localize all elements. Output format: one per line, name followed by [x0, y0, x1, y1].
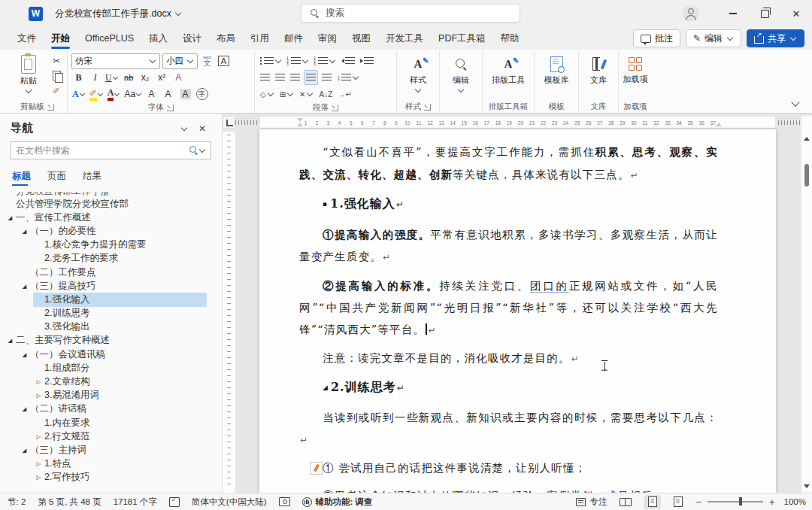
revision-pen-icon[interactable]	[310, 462, 323, 475]
nav-item[interactable]: 2.党务工作的要求	[33, 252, 207, 266]
account-avatar[interactable]	[683, 5, 699, 22]
scrollbar-thumb[interactable]	[804, 164, 809, 187]
tab-引用[interactable]: 引用	[244, 29, 276, 49]
nav-item[interactable]: ◢（一）会议通讯稿	[19, 348, 207, 361]
styles-button[interactable]: A 样式	[401, 53, 435, 101]
nav-item[interactable]: ◢一、宣传工作概述	[5, 211, 207, 224]
expand-triangle-icon[interactable]: ▷	[33, 433, 44, 440]
tab-帮助[interactable]: 帮助	[494, 29, 526, 49]
nav-item[interactable]: ◢（三）提高技巧	[19, 279, 207, 293]
nav-search-input[interactable]: 在文档中搜索	[11, 141, 211, 159]
search-box[interactable]: 搜索	[301, 4, 520, 23]
doc-paragraph[interactable]: ②提高输入的标准。持续关注党口、团口的正规网站或文件，如“人民网”“中国共产党新…	[299, 275, 718, 342]
tab-插入[interactable]: 插入	[142, 29, 174, 49]
collapse-triangle-icon[interactable]: ◢	[19, 283, 30, 290]
read-mode-button[interactable]	[616, 495, 635, 509]
strikethrough-button[interactable]: ab	[122, 71, 136, 84]
minimize-button[interactable]	[717, 0, 749, 27]
doc-paragraph[interactable]: “文似看山不喜平”，要提高文字工作能力，需抓住积累、思考、观察、实践、交流、转化…	[299, 141, 718, 187]
nav-tab-结果[interactable]: 结果	[83, 170, 102, 186]
restore-button[interactable]	[749, 0, 780, 27]
editor-icon[interactable]	[279, 497, 290, 506]
collapse-triangle-icon[interactable]: ◢	[19, 405, 30, 412]
tab-开始[interactable]: 开始	[44, 29, 77, 49]
change-case-button[interactable]: Aa	[123, 87, 143, 101]
phonetic-guide-button[interactable]: wén文	[200, 54, 214, 68]
borders-button[interactable]: ⊞	[278, 87, 295, 101]
addins-button[interactable]: 加载项	[623, 53, 648, 101]
collapse-triangle-icon[interactable]: ◢	[19, 228, 30, 235]
nav-tab-页面[interactable]: 页面	[47, 170, 66, 186]
document-title[interactable]: 分党校宣传部工作手册.docx	[55, 8, 171, 20]
bullet-list-button[interactable]	[259, 54, 283, 68]
hanging-indent-marker[interactable]	[297, 123, 303, 126]
nav-item[interactable]: 1.强化输入	[33, 293, 207, 306]
tab-selector-icon[interactable]	[223, 116, 235, 129]
enclose-characters-button[interactable]: 字	[196, 88, 208, 100]
expand-triangle-icon[interactable]: ▷	[33, 392, 44, 399]
doc-paragraph[interactable]: ②思考这个知识和过去的哪些知识、经验、案例类似，或是相反；↵	[299, 485, 718, 493]
accessibility-status[interactable]: 辅助功能: 调查	[302, 496, 373, 508]
font-size-combo[interactable]: 小四	[162, 53, 198, 69]
paste-button[interactable]: 粘贴	[11, 53, 46, 101]
tab-布局[interactable]: 布局	[210, 29, 242, 49]
copy-button[interactable]	[50, 69, 63, 82]
zoom-slider[interactable]: − +	[695, 496, 774, 508]
document-page[interactable]: “文似看山不喜平”，要提高文字工作能力，需抓住积累、思考、观察、实践、交流、转化…	[259, 129, 776, 493]
nav-item[interactable]: 1.组成部分	[33, 361, 207, 375]
nav-item[interactable]: 2.训练思考	[33, 307, 207, 320]
scroll-down-icon[interactable]	[804, 484, 810, 488]
share-button[interactable]: 共享	[747, 29, 804, 47]
collapse-triangle-icon[interactable]: ◢	[5, 337, 16, 344]
subscript-button[interactable]: x₂	[138, 71, 153, 84]
character-border-button[interactable]: A	[218, 56, 229, 66]
superscript-button[interactable]: x²	[155, 71, 169, 84]
expand-triangle-icon[interactable]: ▷	[33, 474, 44, 481]
styles-dialog-launcher[interactable]	[424, 104, 431, 111]
nav-item[interactable]: ◢（三）主持词	[19, 443, 207, 457]
character-shading-button[interactable]: A	[180, 89, 191, 99]
doc-heading[interactable]: ▪1.强化输入↵	[299, 193, 718, 216]
tab-审阅[interactable]: 审阅	[311, 29, 344, 49]
tab-PDF工具箱[interactable]: PDF工具箱	[432, 29, 492, 49]
doc-paragraph[interactable]: ①提高输入的强度。平常有意识地积累，多读书学习、多观察生活，从而让量变产生质变。…	[299, 223, 718, 269]
title-dropdown-icon[interactable]	[175, 10, 181, 16]
numbered-list-button[interactable]	[286, 54, 311, 68]
expand-triangle-icon[interactable]: ▷	[33, 460, 44, 467]
underline-button[interactable]: U	[105, 72, 112, 83]
distribute-button[interactable]	[320, 71, 333, 84]
section-indicator[interactable]: 节: 2	[8, 496, 26, 508]
align-left-button[interactable]	[259, 71, 271, 84]
tab-文件[interactable]: 文件	[11, 29, 43, 49]
language-indicator[interactable]: 简体中文(中国大陆)	[192, 496, 267, 508]
paragraph-dialog-launcher[interactable]	[332, 105, 338, 111]
zoom-in-button[interactable]: +	[769, 496, 775, 508]
heading-square-marker[interactable]: ▪	[323, 200, 327, 208]
vertical-scrollbar[interactable]	[801, 116, 812, 493]
increase-indent-button[interactable]	[359, 54, 375, 68]
nav-item[interactable]: ◢（一）的必要性	[19, 224, 207, 238]
template-gallery-button[interactable]: 模板库	[538, 53, 574, 101]
nav-item[interactable]: ▷1.特点	[33, 457, 207, 471]
editing-button[interactable]: 编辑	[444, 53, 478, 101]
nav-pane-options-icon[interactable]	[175, 123, 193, 134]
zoom-level[interactable]: 100%	[784, 497, 806, 506]
tab-邮件[interactable]: 邮件	[277, 29, 310, 49]
text-effects-button[interactable]: A	[72, 89, 79, 100]
multilevel-list-button[interactable]	[313, 54, 338, 68]
bold-button[interactable]: B	[71, 71, 86, 84]
expand-triangle-icon[interactable]: ▷	[33, 378, 44, 385]
scroll-up-icon[interactable]	[804, 137, 810, 141]
zoom-slider-thumb[interactable]	[739, 497, 742, 505]
nav-item[interactable]: ▷2.文章结构	[33, 375, 207, 388]
comments-button[interactable]: 批注	[633, 29, 680, 47]
collapse-triangle-icon[interactable]: ◢	[19, 351, 30, 358]
focus-mode-button[interactable]: 专注	[576, 496, 607, 508]
nav-item[interactable]: ▷2.写作技巧	[33, 471, 207, 484]
shading-button[interactable]: ◇	[259, 87, 276, 101]
align-right-button[interactable]	[289, 71, 301, 84]
justify-button[interactable]	[304, 70, 318, 85]
wenku-button[interactable]: 文库	[583, 53, 614, 101]
nav-item[interactable]: ▷3.易混淆用词	[33, 389, 207, 402]
web-layout-button[interactable]	[670, 495, 686, 509]
